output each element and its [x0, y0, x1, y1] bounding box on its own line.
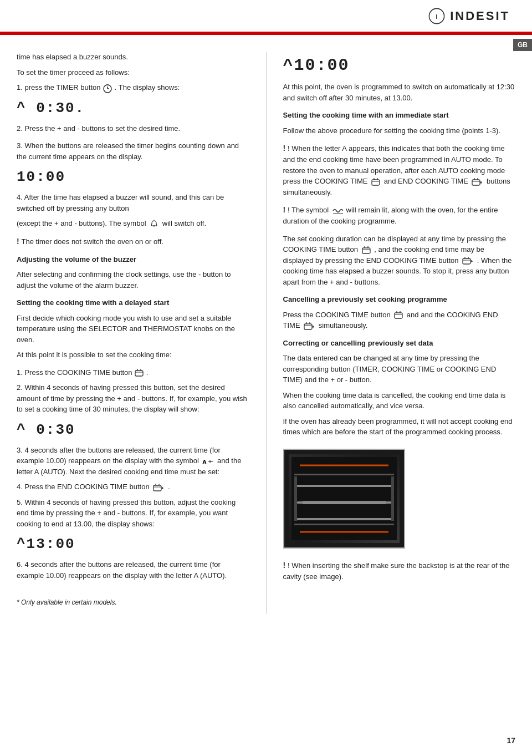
intro-step1: 1. press the TIMER button . The display …: [17, 82, 249, 93]
correct-text3: If the oven has already been programmed,…: [283, 416, 516, 438]
buzzer-heading: Adjusting the volume of the buzzer: [17, 254, 249, 265]
svg-rect-15: [154, 485, 161, 491]
delayed-step6: 6. 4 seconds after the buttons are relea…: [17, 559, 249, 581]
display2: 10:00: [17, 169, 249, 185]
correct-heading: Correcting or cancelling previously set …: [283, 338, 516, 349]
timer-note: ! The timer does not switch the oven on …: [17, 236, 249, 247]
auto-symbol-icon: A: [202, 457, 214, 466]
exclamation3: !: [283, 205, 288, 214]
end-cooking-icon: [152, 483, 165, 493]
exclamation2: !: [283, 144, 288, 153]
timer-note-section: ! The timer does not switch the oven on …: [17, 236, 249, 247]
display-info: The set cooking duration can be displaye…: [283, 234, 516, 288]
end-cooking-icon4: [303, 321, 315, 331]
oven-svg: [289, 454, 400, 543]
oven-image: [283, 449, 405, 549]
page-number: 17: [507, 736, 515, 745]
delayed-heading: Setting the cooking time with a delayed …: [17, 297, 249, 308]
logo-text: INDESIT: [450, 9, 510, 23]
footer-note-section: * Only available in certain models.: [17, 597, 249, 607]
cancel-and: and: [407, 311, 421, 319]
buzzer-section: Adjusting the volume of the buzzer After…: [17, 254, 249, 291]
delayed-step4b: .: [168, 483, 170, 491]
cancel-section: Cancelling a previously set cooking prog…: [283, 294, 516, 331]
cooking-time-icon4: [393, 310, 403, 320]
step4a: 4. After the time has elapsed a buzzer w…: [17, 193, 224, 212]
correct-text2: When the cooking time data is cancelled,…: [283, 390, 516, 412]
timer-note-text: The timer does not switch the oven on or…: [22, 237, 163, 246]
svg-rect-60: [294, 474, 394, 475]
intro-right-section: At this point, the oven is programmed to…: [283, 82, 516, 103]
step1-suffix: . The display shows:: [115, 83, 180, 92]
delayed-text1: First decide which cooking mode you wish…: [17, 313, 249, 346]
svg-rect-42: [395, 313, 402, 318]
svg-rect-32: [362, 248, 370, 253]
oven-inner: [289, 454, 400, 543]
indesit-logo-icon: i: [428, 7, 446, 25]
image-caption-text: ! When inserting the shelf make sure the…: [283, 561, 510, 581]
display1-section: ^ 0:30.: [17, 100, 249, 116]
svg-rect-55: [297, 485, 391, 487]
display-info-section: The set cooking duration can be displaye…: [283, 234, 516, 288]
delayed-step2: 2. Within 4 seconds of having pressed th…: [17, 382, 249, 415]
symbol-note-text1: ! The symbol: [288, 206, 329, 214]
step2-section: 2. Press the + and - buttons to set the …: [17, 123, 249, 134]
cooking-time-icon3: [361, 245, 371, 255]
right-column: ^10:00 At this point, the oven is progra…: [283, 52, 516, 614]
delayed-text2: At this point it is possible to set the …: [17, 349, 249, 361]
svg-rect-57: [297, 518, 391, 520]
cooking-time-icon2: [371, 177, 381, 187]
delayed-step4: 4. Press the END COOKING TIME button .: [17, 481, 249, 493]
svg-text:i: i: [436, 12, 438, 20]
main-content: time has elapsed a buzzer sounds. To set…: [0, 35, 532, 625]
end-cooking-icon2: [471, 177, 483, 187]
column-divider: [266, 52, 267, 614]
immediate-text: Follow the above procedure for setting t…: [283, 125, 516, 136]
buzzer-text: After selecting and confirming the clock…: [17, 269, 249, 291]
svg-rect-54: [391, 476, 394, 521]
wave-symbol-icon: [332, 207, 343, 215]
auto-note-section: ! ! When the letter A appears, this indi…: [283, 143, 516, 197]
svg-rect-21: [372, 180, 380, 185]
auto-note: ! ! When the letter A appears, this indi…: [283, 143, 516, 197]
timer-button-icon: [103, 83, 112, 93]
svg-rect-53: [294, 476, 297, 521]
image-caption-section: ! ! When inserting the shelf make sure t…: [283, 560, 516, 582]
delayed-step1-text: 1. Press the COOKING TIME button: [17, 368, 134, 377]
delayed-step4-text: 4. Press the END COOKING TIME button: [17, 483, 150, 491]
step1-text: 1. press the TIMER button: [17, 83, 103, 92]
delayed-step1b: .: [146, 368, 149, 377]
immediate-section: Setting the cooking time with an immedia…: [283, 110, 516, 136]
display-top: ^10:00: [283, 56, 516, 75]
delayed-start-section: Setting the cooking time with a delayed …: [17, 297, 249, 361]
step2-text: 2. Press the + and - buttons to set the …: [17, 123, 249, 134]
delayed-step3-text: 3. 4 seconds after the buttons are relea…: [17, 446, 221, 465]
svg-rect-46: [304, 324, 312, 329]
svg-rect-56: [297, 501, 391, 504]
logo: i INDESIT: [428, 7, 510, 25]
left-column: time has elapsed a buzzer sounds. To set…: [17, 52, 249, 614]
intro-line2: To set the timer proceed as follows:: [17, 67, 249, 78]
correct-section: Correcting or cancelling previously set …: [283, 338, 516, 438]
svg-rect-25: [472, 180, 480, 185]
display3: ^ 0:30: [17, 422, 249, 438]
cancel-heading: Cancelling a previously set cooking prog…: [283, 294, 516, 305]
step3-text: 3. When the buttons are released the tim…: [17, 140, 249, 162]
cancel-text3: simultaneously.: [319, 321, 368, 329]
step3-section: 3. When the buttons are released the tim…: [17, 140, 249, 162]
svg-rect-8: [135, 371, 143, 376]
display4-section: ^13:00: [17, 536, 249, 552]
header: i INDESIT: [0, 0, 532, 33]
step4c: will switch off.: [162, 219, 206, 227]
delayed-step5: 5. Within 4 seconds of having pressed th…: [17, 497, 249, 530]
footer-note: * Only available in certain models.: [17, 597, 249, 607]
step4-section: 4. After the time has elapsed a buzzer w…: [17, 192, 249, 229]
delayed-step6-section: 6. 4 seconds after the buttons are relea…: [17, 559, 249, 581]
exclamation-mark: !: [17, 237, 22, 246]
immediate-heading: Setting the cooking time with an immedia…: [283, 110, 516, 121]
display1: ^ 0:30.: [17, 100, 249, 116]
symbol-note: ! ! The symbol will remain lit, along wi…: [283, 204, 516, 227]
intro-section: time has elapsed a buzzer sounds. To set…: [17, 52, 249, 93]
delayed-step3-section: 3. 4 seconds after the buttons are relea…: [17, 445, 249, 530]
display-top-section: ^10:00: [283, 56, 516, 75]
